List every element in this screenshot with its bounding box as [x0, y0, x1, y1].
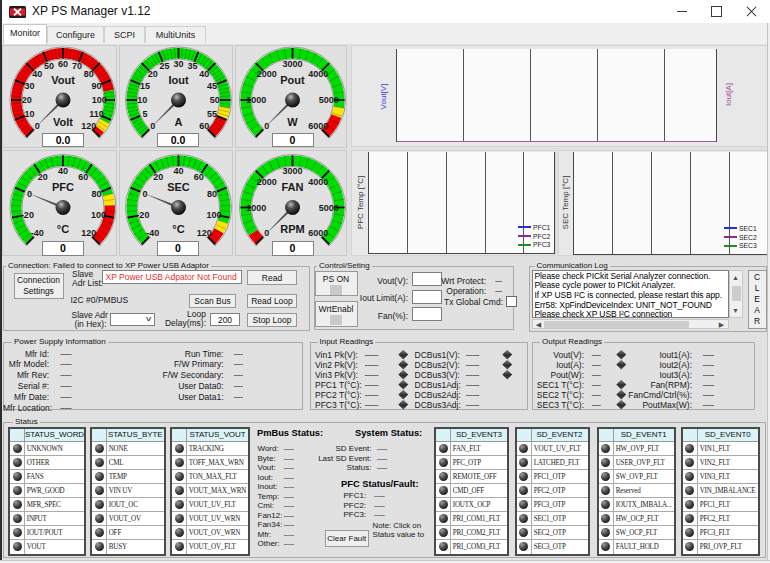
scroll-right-icon[interactable]: ▶	[718, 321, 726, 328]
table-row[interactable]: LATCHED_FLT	[517, 456, 588, 470]
psu-right-value[interactable]: ----	[234, 370, 243, 380]
psu-right-value[interactable]: ----	[234, 381, 243, 391]
table-row[interactable]: FAN_FLT	[436, 442, 507, 456]
pmbus-value[interactable]: -----	[284, 530, 294, 539]
table-row[interactable]: IOUTX_IMBALA...	[599, 498, 675, 512]
scan-bus-button[interactable]: Scan Bus	[189, 294, 236, 308]
input-left-value[interactable]: ------	[365, 370, 378, 380]
output-left-value[interactable]: ----	[592, 390, 601, 400]
input-right-value[interactable]: ------	[466, 400, 479, 410]
scroll-left-icon[interactable]: ◀	[535, 321, 543, 328]
loop-delay-value[interactable]: 200	[210, 313, 240, 326]
table-row[interactable]: PFC1_FLT	[683, 498, 759, 512]
psu-left-value[interactable]: -----	[60, 349, 71, 359]
read-button[interactable]: Read	[247, 270, 297, 285]
table-row[interactable]: PRI_COM2_FLT	[436, 526, 507, 540]
pmbus-value[interactable]: -----	[284, 482, 294, 491]
output-right-value[interactable]: -----	[703, 350, 714, 360]
table-row[interactable]: SW_OVP_FLT	[599, 470, 675, 484]
pmbus-value[interactable]: -----	[284, 454, 294, 463]
table-row[interactable]: NONE	[92, 442, 164, 456]
vscroll-thumb[interactable]	[732, 286, 741, 301]
table-row[interactable]: HW_OVP_FLT	[599, 442, 675, 456]
pmbus-value[interactable]: -----	[284, 501, 294, 510]
comm-log-text[interactable]: Please check PICkit Serial Analyzer conn…	[532, 270, 729, 318]
table-row[interactable]: CML	[92, 456, 164, 470]
psu-right-value[interactable]: ----	[234, 392, 243, 402]
pmbus-value[interactable]: -----	[284, 444, 294, 453]
table-row[interactable]: PFC2_OTP	[517, 484, 588, 498]
table-row[interactable]: VOUT_MAX_WRN	[172, 484, 248, 498]
ps-on-button[interactable]: PS ON	[315, 271, 358, 296]
input-left-value[interactable]: ------	[365, 360, 378, 370]
input-right-value[interactable]: ------	[466, 380, 479, 390]
table-row[interactable]: VOUT_OV_WRN	[172, 526, 248, 540]
stop-loop-button[interactable]: Stop Loop	[247, 313, 297, 327]
slave-adr-list-value[interactable]: XP Power USB Adpator Not Found	[102, 270, 242, 284]
table-row[interactable]: VIN UV	[92, 484, 164, 498]
close-button[interactable]	[734, 0, 768, 23]
table-row[interactable]: REMOTE_OFF	[436, 470, 507, 484]
output-left-value[interactable]: ----	[592, 370, 601, 380]
table-row[interactable]: VOUT_OV_FLT	[172, 540, 248, 554]
table-row[interactable]: VIN3_FLT	[683, 470, 759, 484]
output-left-value[interactable]: ----	[592, 350, 601, 360]
table-row[interactable]: BUSY	[92, 540, 164, 554]
input-left-value[interactable]: ------	[365, 350, 378, 360]
psu-right-value[interactable]: ----	[234, 349, 243, 359]
table-row[interactable]: IOUTX_OCP	[436, 498, 507, 512]
scroll-down-icon[interactable]: ▼	[730, 307, 742, 314]
table-row[interactable]: PFC_OTP	[436, 456, 507, 470]
table-row[interactable]: PFC3_OTP	[517, 498, 588, 512]
table-row[interactable]: PWR_GOOD	[10, 484, 84, 498]
table-row[interactable]: PFC1_OTP	[517, 470, 588, 484]
tab-multiunits[interactable]: MultiUnits	[145, 26, 206, 43]
connection-settings-button[interactable]: ConnectionSettings	[14, 273, 64, 299]
input-right-value[interactable]: ------	[466, 350, 479, 360]
output-left-value[interactable]: ----	[592, 360, 601, 370]
tx-global-cmd-checkbox[interactable]	[506, 296, 517, 307]
psu-right-value[interactable]: ----	[234, 359, 243, 369]
table-row[interactable]: INPUT	[10, 512, 84, 526]
input-right-value[interactable]: ------	[466, 370, 479, 380]
pfc-fault-value[interactable]: -----	[374, 491, 384, 500]
tab-monitor[interactable]: Monitor	[3, 24, 47, 44]
table-row[interactable]: TOFF_MAX_WRN	[172, 456, 248, 470]
table-row[interactable]: UNKNOWN	[10, 442, 84, 456]
pmbus-value[interactable]: -----	[284, 492, 294, 501]
table-row[interactable]: PFC2_FLT	[683, 512, 759, 526]
table-row[interactable]: USER_OVP_FLT	[599, 456, 675, 470]
wrt-enabl-button[interactable]: WrtEnabl	[315, 301, 358, 327]
input-right-value[interactable]: ------	[466, 390, 479, 400]
comm-log-vscrollbar[interactable]: ▲▼	[729, 270, 743, 318]
comm-log-hscrollbar[interactable]: ◀▶	[532, 319, 729, 329]
psu-left-value[interactable]: -----	[60, 392, 71, 402]
table-row[interactable]: OFF	[92, 526, 164, 540]
table-row[interactable]: VOUT_UV_FLT	[517, 442, 588, 456]
psu-left-value[interactable]: -----	[60, 403, 71, 413]
output-right-value[interactable]: -----	[703, 390, 714, 400]
table-row[interactable]: VOUT_UV_WRN	[172, 512, 248, 526]
table-row[interactable]: PFC3_FLT	[683, 526, 759, 540]
pfc-fault-value[interactable]: -----	[374, 501, 384, 510]
psu-left-value[interactable]: -----	[60, 381, 71, 391]
table-row[interactable]: TEMP	[92, 470, 164, 484]
slave-adr-combobox[interactable]: ∨	[110, 313, 155, 326]
minimize-button[interactable]	[665, 0, 699, 23]
pfc-fault-value[interactable]: -----	[374, 510, 384, 519]
input-left-value[interactable]: ------	[365, 380, 378, 390]
maximize-button[interactable]	[699, 0, 733, 23]
table-row[interactable]: IOUT/POUT	[10, 526, 84, 540]
table-row[interactable]: OTHER	[10, 456, 84, 470]
table-row[interactable]: VOUT_UV_FLT	[172, 498, 248, 512]
input-left-value[interactable]: ------	[365, 400, 378, 410]
table-row[interactable]: VIN2_FLT	[683, 456, 759, 470]
output-right-value[interactable]: -----	[703, 370, 714, 380]
table-row[interactable]: TRACKING	[172, 442, 248, 456]
system-value[interactable]: -----	[377, 454, 387, 463]
table-row[interactable]: PRI_COM3_FLT	[436, 540, 507, 554]
table-row[interactable]: PRI_OVP_FLT	[683, 540, 759, 554]
table-row[interactable]: MFR_SPEC	[10, 498, 84, 512]
table-row[interactable]: FANS	[10, 470, 84, 484]
table-row[interactable]: HW_OCP_FLT	[599, 512, 675, 526]
